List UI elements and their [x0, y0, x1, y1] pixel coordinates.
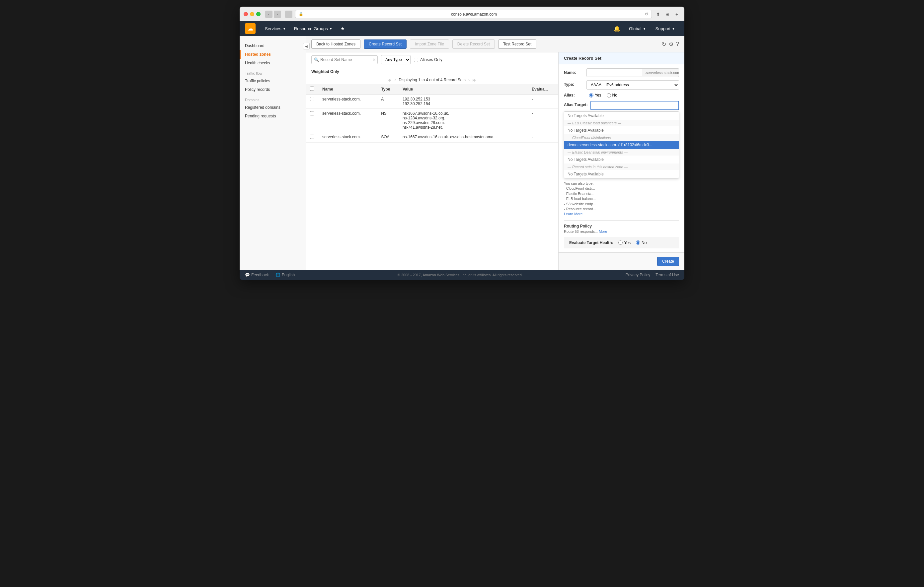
sidebar-item-hosted-zones[interactable]: Hosted zones	[239, 50, 306, 59]
cloudfront-item[interactable]: demo.serverless-stack.com. (d1r8102xi6md…	[564, 141, 679, 149]
support-dropdown-icon: ▼	[672, 27, 675, 31]
language-button[interactable]: 🌐 English	[276, 273, 295, 277]
no-targets-top[interactable]: No Targets Available	[564, 112, 679, 120]
refresh-icon[interactable]: ↻	[662, 41, 666, 48]
globe-icon: 🌐	[276, 273, 280, 277]
test-record-set-button[interactable]: Test Record Set	[498, 39, 536, 49]
aws-logo: ☁	[245, 23, 256, 34]
select-all-checkbox[interactable]	[310, 87, 314, 91]
next-page-button[interactable]: ›	[468, 77, 470, 82]
create-record-set-button[interactable]: Create Record Set	[364, 39, 407, 49]
chat-icon: 💬	[245, 273, 250, 277]
clear-search-button[interactable]: ✕	[372, 58, 376, 62]
sidebar-item-health-checks[interactable]: Health checks	[239, 59, 306, 67]
more-link[interactable]: More	[599, 230, 607, 233]
privacy-policy-link[interactable]: Privacy Policy	[625, 273, 650, 277]
no-targets-elastic[interactable]: No Targets Available	[564, 156, 679, 163]
routing-policy-desc: Route 53 responds... More	[564, 230, 679, 233]
alias-target-label: Alias Target:	[564, 102, 588, 107]
pin-nav[interactable]: ★	[337, 21, 349, 36]
evaluate-column-header: Evalua...	[528, 84, 558, 95]
no-targets-elb-classic[interactable]: No Targets Available	[564, 127, 679, 134]
alias-yes-radio[interactable]	[589, 93, 594, 97]
panel-header: Create Record Set	[559, 53, 685, 64]
alias-yes-option[interactable]: Yes	[589, 93, 601, 97]
name-field-label: Name:	[564, 68, 584, 75]
aliases-only-checkbox[interactable]	[414, 58, 418, 62]
share-icon[interactable]: ⬆	[655, 11, 662, 18]
records-table: Name Type Value Evalua...	[306, 84, 558, 143]
search-input[interactable]	[311, 55, 378, 64]
refresh-icon[interactable]: ↺	[645, 12, 648, 16]
row-checkbox[interactable]	[310, 135, 314, 139]
prev-page-button[interactable]: ‹	[394, 77, 396, 82]
services-nav[interactable]: Services ▼	[261, 21, 290, 36]
name-suffix: .serverless-stack.com.	[642, 69, 679, 76]
sidebar-item-dashboard[interactable]: Dashboard	[239, 41, 306, 50]
sidebar-collapse-button[interactable]: ◀	[303, 43, 310, 49]
record-evaluate: -	[528, 109, 558, 132]
name-column-header: Name	[318, 84, 377, 95]
first-page-button[interactable]: ⏮	[387, 77, 392, 82]
resource-groups-dropdown-icon: ▼	[329, 27, 333, 31]
add-tab-icon[interactable]: +	[673, 11, 680, 18]
last-page-button[interactable]: ⏭	[472, 77, 477, 82]
forward-nav-button[interactable]: ›	[274, 11, 281, 18]
evaluate-label: Evaluate Target Health:	[569, 240, 613, 245]
sidebar: ◀ Dashboard Hosted zones Health checks T…	[239, 36, 306, 270]
sidebar-item-policy-records[interactable]: Policy records	[239, 85, 306, 94]
row-checkbox[interactable]	[310, 111, 314, 115]
no-targets-record[interactable]: No Targets Available	[564, 170, 679, 178]
close-button[interactable]	[244, 12, 248, 16]
resource-groups-nav[interactable]: Resource Groups ▼	[290, 21, 337, 36]
pagination-text: Displaying 1 to 4 out of 4 Record Sets	[399, 77, 465, 82]
global-nav[interactable]: Global ▼	[625, 21, 650, 36]
value-column-header: Value	[399, 84, 528, 95]
window-toggle-button[interactable]	[285, 11, 292, 18]
back-nav-button[interactable]: ‹	[265, 11, 272, 18]
search-icon: 🔍	[314, 58, 319, 62]
alias-target-input[interactable]	[591, 101, 679, 110]
aliases-only-label[interactable]: Aliases Only	[414, 58, 442, 62]
evaluate-yes-option[interactable]: Yes	[618, 240, 630, 245]
routing-policy-label: Routing Policy	[564, 224, 592, 229]
create-button[interactable]: Create	[657, 257, 679, 266]
pin-icon: ★	[340, 26, 345, 31]
evaluate-no-radio[interactable]	[636, 240, 640, 245]
select-all-header	[306, 84, 318, 95]
feedback-button[interactable]: 💬 Feedback	[245, 273, 269, 277]
copyright-text: © 2008 - 2017, Amazon Web Services, Inc.…	[398, 273, 523, 277]
type-filter-select[interactable]: Any Type	[381, 55, 411, 64]
table-row[interactable]: serverless-stack.com. A 192.30.252.15319…	[306, 95, 558, 109]
import-zone-file-button[interactable]: Import Zone File	[410, 39, 449, 49]
maximize-button[interactable]	[256, 12, 261, 16]
record-evaluate: -	[528, 132, 558, 143]
bell-icon[interactable]: 🔔	[610, 26, 624, 32]
table-row[interactable]: serverless-stack.com. SOA ns-1667.awsdns…	[306, 132, 558, 143]
alias-no-option[interactable]: No	[607, 93, 617, 97]
settings-icon[interactable]: ⚙	[669, 41, 673, 48]
sidebar-item-pending-requests[interactable]: Pending requests	[239, 112, 306, 120]
traffic-flow-section-label: Traffic flow	[239, 67, 306, 77]
evaluate-no-option[interactable]: No	[636, 240, 647, 245]
learn-more-link[interactable]: Learn More	[564, 212, 582, 216]
alias-target-dropdown: No Targets Available — ELB Classic load …	[564, 112, 679, 178]
evaluate-yes-radio[interactable]	[618, 240, 623, 245]
support-nav[interactable]: Support ▼	[652, 21, 679, 36]
alias-no-radio[interactable]	[607, 93, 611, 97]
record-evaluate: -	[528, 95, 558, 109]
row-checkbox[interactable]	[310, 97, 314, 101]
domains-section-label: Domains	[239, 94, 306, 103]
type-select-panel[interactable]: AAAA – IPv6 address	[586, 80, 679, 90]
helper-text: You can also type: - CloudFront distr...…	[564, 181, 679, 217]
delete-record-set-button[interactable]: Delete Record Set	[452, 39, 495, 49]
sidebar-item-traffic-policies[interactable]: Traffic policies	[239, 77, 306, 85]
help-icon[interactable]: ?	[676, 41, 679, 47]
new-tab-icon[interactable]: ⊞	[664, 11, 671, 18]
back-to-hosted-zones-button[interactable]: Back to Hosted Zones	[311, 39, 360, 49]
minimize-button[interactable]	[250, 12, 254, 16]
table-row[interactable]: serverless-stack.com. NS ns-1667.awsdns-…	[306, 109, 558, 132]
sidebar-item-registered-domains[interactable]: Registered domains	[239, 103, 306, 112]
name-input[interactable]	[587, 69, 642, 77]
terms-of-use-link[interactable]: Terms of Use	[655, 273, 679, 277]
